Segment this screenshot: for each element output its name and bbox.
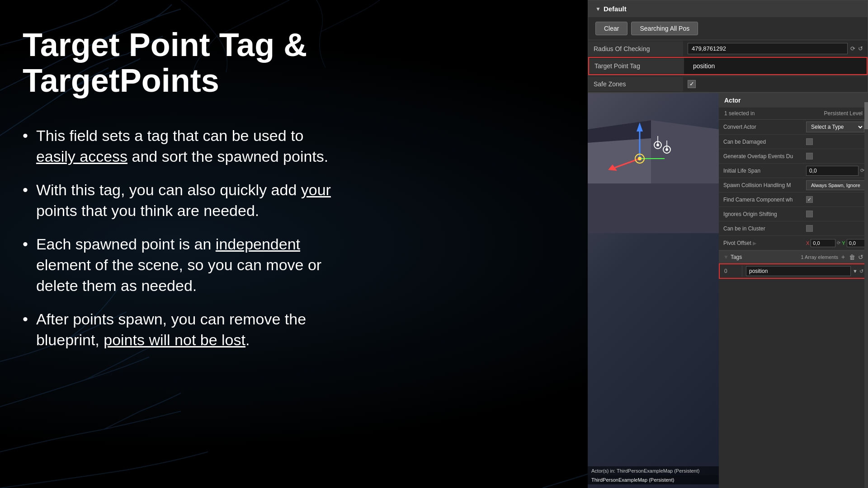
bullet-text-1: This field sets a tag that can be used t… <box>36 126 339 167</box>
panel-header: ▼ Default <box>588 0 868 17</box>
generate-overlap-row: Generate Overlap Events Du <box>719 149 868 164</box>
radius-value: ⟳ ↺ <box>683 40 868 57</box>
underline-easily-access: easily access <box>36 148 127 165</box>
ignores-origin-value <box>802 209 868 219</box>
initial-life-span-row: Initial Life Span ⟳ <box>719 164 868 178</box>
tags-section: ▼ Tags 1 Array elements ＋ 🗑 ↺ 0 ▼ ↺ <box>719 250 868 279</box>
tag-reset-icon[interactable]: ↺ <box>859 268 863 274</box>
radius-reset-icon[interactable]: ↺ <box>858 45 863 52</box>
tag-row-0: 0 ▼ ↺ <box>719 263 868 279</box>
bullet-dot-2: • <box>23 180 28 201</box>
can-be-cluster-label: Can be in Cluster <box>719 223 802 234</box>
spawn-collision-label: Spawn Collision Handling M <box>719 180 802 191</box>
initial-life-span-spin[interactable]: ⟳ <box>860 168 864 174</box>
pivot-offset-row: Pivot Offset ▶ X ⟳ Y ⟳ Z ⟳ <box>719 236 868 250</box>
radius-label: Radius Of Checking <box>588 42 683 56</box>
radius-spin-icon[interactable]: ⟳ <box>850 45 855 52</box>
bullet-list: • This field sets a tag that can be used… <box>23 126 339 350</box>
find-camera-checkbox[interactable]: ✓ <box>806 196 813 203</box>
find-camera-label: Find Camera Component wh <box>719 194 802 205</box>
actor-sub-row: 1 selected in Persistent Level <box>719 108 868 120</box>
svg-point-11 <box>638 157 642 160</box>
radius-input[interactable] <box>688 43 848 54</box>
tag-value-0: ▼ ↺ <box>742 264 867 278</box>
bullet-dot-1: • <box>23 126 28 146</box>
bottom-panels: Actor(s) in: ThirdPersonExampleMap (Pers… <box>588 93 868 488</box>
y-label: Y <box>842 240 845 246</box>
tags-reset-button[interactable]: ↺ <box>858 253 863 261</box>
find-camera-row: Find Camera Component wh ✓ <box>719 192 868 207</box>
safe-zones-checkbox[interactable]: ✓ <box>688 80 696 88</box>
main-title: Target Point Tag & TargetPoints <box>23 27 339 99</box>
initial-life-span-label: Initial Life Span <box>719 165 802 176</box>
scroll-thumb[interactable] <box>864 102 868 129</box>
right-panel: ▼ Default Clear Searching All Pos Radius… <box>588 0 868 488</box>
tag-input-0[interactable] <box>746 266 851 276</box>
ignores-origin-row: Ignores Origin Shifting <box>719 207 868 221</box>
clear-button[interactable]: Clear <box>595 22 627 35</box>
pivot-offset-value: X ⟳ Y ⟳ Z ⟳ <box>802 237 868 249</box>
underline-your: your <box>301 181 331 198</box>
generate-overlap-value <box>802 151 868 161</box>
target-point-tag-row: Target Point Tag <box>588 57 868 75</box>
bullet-item-4: • After points spawn, you can remove the… <box>23 309 339 351</box>
tags-header: ▼ Tags 1 Array elements ＋ 🗑 ↺ <box>719 251 868 263</box>
tags-count: 1 Array elements <box>801 254 838 260</box>
actor-panel-header: Actor <box>719 93 868 108</box>
safe-zones-row: Safe Zones ✓ <box>588 75 868 92</box>
safe-zones-value: ✓ <box>683 77 868 91</box>
convert-actor-select[interactable]: Select a Type <box>806 122 864 132</box>
bullet-dot-3: • <box>23 234 28 255</box>
left-panel: Target Point Tag & TargetPoints • This f… <box>0 0 366 488</box>
can-be-cluster-row: Can be in Cluster <box>719 221 868 236</box>
tags-arrow[interactable]: ▼ <box>723 254 729 260</box>
initial-life-span-input[interactable] <box>806 166 859 176</box>
tags-actions: ＋ 🗑 ↺ <box>840 253 863 261</box>
pivot-offset-label: Pivot Offset ▶ <box>719 238 802 249</box>
panel-collapse-arrow[interactable]: ▼ <box>595 6 601 12</box>
spawn-collision-row: Spawn Collision Handling M Always Spawn,… <box>719 178 868 192</box>
tag-dropdown-icon[interactable]: ▼ <box>853 268 858 274</box>
tags-add-button[interactable]: ＋ <box>840 253 846 261</box>
bullet-item-2: • With this tag, you can also quickly ad… <box>23 180 339 221</box>
spawn-collision-select[interactable]: Always Spawn, Ignore <box>806 180 868 190</box>
viewport-status: Actor(s) in: ThirdPersonExampleMap (Pers… <box>588 466 719 475</box>
x-input[interactable] <box>811 239 835 247</box>
convert-actor-row: Convert Actor Select a Type <box>719 120 868 135</box>
scrollbar[interactable] <box>864 93 868 488</box>
tags-remove-button[interactable]: 🗑 <box>849 253 855 261</box>
svg-marker-3 <box>651 120 719 183</box>
toolbar-row: Clear Searching All Pos <box>588 17 868 40</box>
ignores-origin-checkbox[interactable] <box>806 211 813 217</box>
can-be-cluster-checkbox[interactable] <box>806 225 813 232</box>
target-point-tag-label: Target Point Tag <box>589 59 684 73</box>
svg-marker-0 <box>588 183 719 233</box>
bullet-text-4: After points spawn, you can remove the b… <box>36 309 339 351</box>
can-be-damaged-label: Can be Damaged <box>719 136 802 147</box>
ignores-origin-label: Ignores Origin Shifting <box>719 209 802 220</box>
spawn-collision-value: Always Spawn, Ignore <box>802 178 868 192</box>
viewport-scene <box>588 93 719 233</box>
target-point-tag-value <box>684 58 867 74</box>
can-be-damaged-row: Can be Damaged <box>719 135 868 149</box>
actor-panel: Actor 1 selected in Persistent Level Con… <box>719 93 868 488</box>
bullet-item-3: • Each spawned point is an independent e… <box>23 234 339 296</box>
tag-index-0: 0 <box>720 266 742 277</box>
target-point-tag-input[interactable] <box>689 60 862 72</box>
can-be-damaged-checkbox[interactable] <box>806 138 813 145</box>
x-spin[interactable]: ⟳ <box>837 240 840 245</box>
radius-row: Radius Of Checking ⟳ ↺ <box>588 40 868 57</box>
can-be-damaged-value <box>802 136 868 147</box>
convert-actor-label: Convert Actor <box>719 122 802 132</box>
initial-life-span-value: ⟳ <box>802 164 868 178</box>
underline-points-not-lost: points will not be lost <box>104 331 245 348</box>
x-label: X <box>806 240 809 246</box>
viewport-mapname: ThirdPersonExampleMap (Persistent) <box>588 475 719 484</box>
bullet-text-3: Each spawned point is an independent ele… <box>36 234 339 296</box>
generate-overlap-checkbox[interactable] <box>806 153 813 160</box>
searching-button[interactable]: Searching All Pos <box>631 22 698 35</box>
bullet-item-1: • This field sets a tag that can be used… <box>23 126 339 167</box>
bullet-dot-4: • <box>23 309 28 330</box>
viewport: Actor(s) in: ThirdPersonExampleMap (Pers… <box>588 93 719 488</box>
panel-title: Default <box>604 5 627 13</box>
